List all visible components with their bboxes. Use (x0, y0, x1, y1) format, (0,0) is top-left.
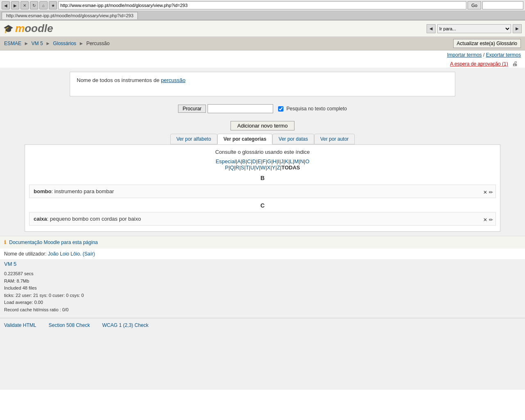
browser-tab-bar: http://www.esmae-ipp.pt/moodle/mod/gloss… (0, 11, 525, 20)
back-button[interactable]: ◀ (2, 1, 10, 9)
idx-U[interactable]: U (250, 164, 254, 171)
idx-D[interactable]: D (252, 158, 256, 164)
search-input[interactable] (208, 104, 273, 113)
sair-link[interactable]: (Saír) (82, 251, 95, 257)
entry-caixa-term: caixa (34, 216, 47, 222)
stop-button[interactable]: ✕ (21, 1, 29, 9)
debug-info: 0.223587 secs RAM: 8.7Mb Included 48 fil… (0, 269, 525, 315)
nav-arrows: ◀ Ir para... ▶ (427, 24, 522, 33)
tab-author[interactable]: Ver por autor (314, 134, 355, 144)
tab-alphabet[interactable]: Ver por alfabeto (170, 134, 217, 144)
idx-F[interactable]: F (262, 158, 266, 164)
entry-caixa-sep: : (47, 216, 50, 222)
browser-search-input[interactable] (482, 1, 523, 9)
debug-ram: RAM: 8.7Mb (4, 278, 521, 285)
breadcrumb-esmae[interactable]: ESMAE (4, 41, 21, 46)
idx-W[interactable]: W (260, 164, 265, 171)
user-info: Nome de utilizador: João Loio Lôio. (Saí… (0, 249, 525, 259)
entry-caixa-delete[interactable]: ✕ (483, 217, 487, 223)
entry-bombo-delete[interactable]: ✕ (483, 189, 487, 195)
logo-text: moodle (15, 22, 53, 35)
index-special[interactable]: Especial (216, 158, 236, 164)
idx-Y[interactable]: Y (272, 164, 276, 171)
description-link[interactable]: percussão (161, 77, 185, 83)
fulltext-checkbox[interactable] (278, 106, 283, 112)
add-term-button[interactable]: Adicionar novo termo (231, 121, 295, 130)
idx-E[interactable]: E (258, 158, 261, 164)
search-area: Procurar Pesquisa no texto completo (0, 100, 525, 117)
import-export-bar: Importar termos / Exportar termos (0, 50, 525, 59)
entry-caixa-edit[interactable]: ✏ (489, 217, 493, 223)
idx-all[interactable]: TODAS (281, 164, 300, 171)
idx-B[interactable]: B (242, 158, 246, 164)
tab-dates[interactable]: Ver por datas (272, 134, 314, 144)
idx-S[interactable]: S (241, 164, 244, 171)
glossary-tabs: Ver por alfabeto Ver por categorias Ver … (0, 134, 525, 144)
breadcrumb-vm5[interactable]: VM 5 (32, 41, 43, 46)
nav-next-button[interactable]: ▶ (513, 24, 522, 33)
importar-link[interactable]: Importar termos (447, 52, 482, 58)
user-name-link[interactable]: João Loio Lôio. (48, 251, 81, 257)
idx-V[interactable]: V (256, 164, 259, 171)
print-icon[interactable]: 🖨 (512, 60, 518, 67)
idx-H[interactable]: H (273, 158, 276, 164)
bottom-links: Validate HTML Section 508 Check WCAG 1 (… (0, 318, 525, 332)
goto-select[interactable]: Ir para... (437, 24, 511, 33)
go-button[interactable]: Go (468, 1, 481, 9)
idx-M[interactable]: M (294, 158, 299, 164)
wcag-link[interactable]: WCAG 1 (2,3) Check (102, 322, 148, 328)
idx-O[interactable]: O (305, 158, 309, 164)
idx-N[interactable]: N (300, 158, 304, 164)
idx-K[interactable]: K (285, 158, 289, 164)
home-button[interactable]: ⌂ (39, 1, 48, 9)
exportar-link[interactable]: Exportar termos (486, 52, 521, 58)
vm-link-area: VM 5 (0, 259, 525, 269)
doc-link[interactable]: Documentação Moodle para esta página (9, 240, 98, 245)
validate-html-link[interactable]: Validate HTML (4, 322, 36, 328)
entry-caixa-actions: ✕ ✏ (483, 217, 493, 223)
letter-c-header: C (29, 200, 496, 210)
add-term-area: Adicionar novo termo (0, 121, 525, 130)
debug-cache: Record cache hit/miss ratio : 0/0 (4, 306, 521, 314)
pending-link[interactable]: A espera de aprovação (1) (450, 61, 508, 67)
tab-categories[interactable]: Ver por categorias (217, 134, 273, 144)
forward-button[interactable]: ▶ (11, 1, 19, 9)
idx-G[interactable]: G (267, 158, 271, 164)
section-508-link[interactable]: Section 508 Check (48, 322, 90, 328)
entry-caixa-text: caixa: pequeno bombo com cordas por baix… (34, 216, 491, 222)
breadcrumb-glossarios[interactable]: Glossários (53, 41, 76, 46)
procurar-button[interactable]: Procurar (178, 105, 206, 113)
breadcrumb-current: Percussão (86, 41, 110, 46)
idx-C[interactable]: C (247, 158, 251, 164)
description-text: Nome de todos os instrumentos de percuss… (77, 77, 448, 83)
address-bar[interactable] (58, 1, 466, 9)
index-links: Especial|A|B|C|D|E|F|G|H|I|J|K|L|M|N|O P… (29, 158, 496, 171)
browser-tab[interactable]: http://www.esmae-ipp.pt/moodle/mod/gloss… (2, 12, 138, 19)
entry-bombo: bombo: instrumento para bombar ✕ ✏ (29, 185, 496, 198)
bookmark-button[interactable]: ★ (49, 1, 57, 9)
refresh-button[interactable]: ↻ (30, 1, 38, 9)
entry-caixa-def: pequeno bombo com cordas por baixo (50, 216, 141, 222)
idx-P[interactable]: P (225, 164, 228, 171)
debug-load: Load average: 0.00 (4, 299, 521, 306)
glossary-box: Consulte o glossário usando este índice … (25, 144, 500, 232)
idx-A[interactable]: A (237, 158, 241, 164)
nav-prev-button[interactable]: ◀ (427, 24, 436, 33)
breadcrumb-sep-1: ► (24, 41, 30, 46)
entry-bombo-edit[interactable]: ✏ (489, 189, 493, 195)
page-wrapper: 🎓 moodle ◀ Ir para... ▶ ESMAE ► VM 5 ► G… (0, 21, 525, 390)
footer-doc: ℹ Documentação Moodle para esta página (0, 236, 525, 249)
pending-bar: A espera de aprovação (1) 🖨 (0, 59, 525, 68)
logo-area: 🎓 moodle (3, 22, 53, 35)
fulltext-label: Pesquisa no texto completo (286, 106, 347, 112)
vm5-link[interactable]: VM 5 (4, 261, 16, 267)
entry-bombo-term: bombo (34, 188, 51, 194)
idx-L[interactable]: L (290, 158, 293, 164)
breadcrumb-sep-2: ► (46, 41, 52, 46)
idx-T[interactable]: T (246, 164, 249, 171)
idx-Q[interactable]: Q (230, 164, 234, 171)
idx-Z[interactable]: Z (277, 164, 280, 171)
entry-bombo-actions: ✕ ✏ (483, 189, 493, 195)
actualizar-button[interactable]: Actualizar este(a) Glossário (453, 39, 521, 48)
entry-bombo-def: instrumento para bombar (55, 188, 114, 194)
